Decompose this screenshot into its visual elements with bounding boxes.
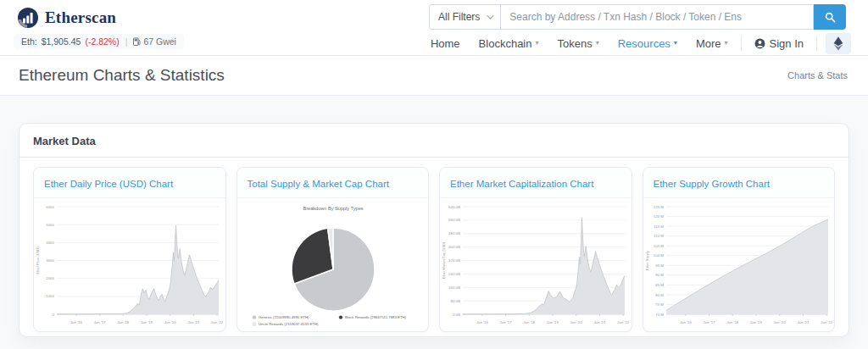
svg-text:Block Rewards (29667511.7883 E: Block Rewards (29667511.7883 ETH): [345, 315, 407, 319]
svg-text:320.0B: 320.0B: [448, 258, 460, 263]
svg-text:Uncle Rewards (2159037.6533 ET: Uncle Rewards (2159037.6533 ETH): [259, 322, 319, 326]
market-data-panel: Market Data Ether Daily Price (USD) Char…: [19, 123, 849, 337]
card-total-supply-market-cap: Total Supply & Market Cap Chart Breakdow…: [236, 167, 430, 332]
svg-text:Jan '16: Jan '16: [679, 320, 692, 324]
svg-text:80.0B: 80.0B: [451, 299, 461, 303]
svg-text:240.0B: 240.0B: [448, 272, 460, 276]
svg-text:110 M: 110 M: [654, 234, 664, 238]
price-chart-canvas[interactable]: 0100020003000400050006000Jan '16Jan '17J…: [34, 198, 225, 331]
svg-text:Jan '21: Jan '21: [187, 320, 200, 324]
svg-text:0.0B: 0.0B: [453, 313, 460, 317]
svg-text:75 M: 75 M: [655, 302, 664, 307]
ticker-separator: |: [125, 36, 128, 47]
nav-divider: [741, 36, 742, 51]
svg-text:Jan '17: Jan '17: [500, 320, 513, 324]
svg-text:125 M: 125 M: [653, 205, 664, 209]
svg-text:Jan '17: Jan '17: [94, 320, 107, 324]
svg-text:4000: 4000: [46, 241, 54, 245]
svg-text:Jan '22: Jan '22: [211, 320, 224, 324]
svg-text:560.0B: 560.0B: [448, 218, 460, 222]
svg-text:105 M: 105 M: [653, 244, 664, 248]
svg-text:Breakdown By Supply Types: Breakdown By Supply Types: [303, 206, 363, 211]
search-input[interactable]: [500, 4, 814, 30]
page-title: Ethereum Charts & Statistics: [19, 66, 225, 85]
svg-text:3000: 3000: [46, 258, 54, 263]
svg-text:95 M: 95 M: [655, 263, 664, 268]
svg-text:160.0B: 160.0B: [448, 285, 460, 290]
page-title-bar: Ethereum Charts & Statistics Charts & St…: [0, 56, 868, 96]
svg-text:Jan '18: Jan '18: [523, 320, 536, 324]
supply-pie-chart-canvas[interactable]: Breakdown By Supply TypesGenesis (720099…: [237, 198, 429, 331]
card-header: Ether Supply Growth Chart: [643, 168, 835, 198]
svg-text:Jan '20: Jan '20: [570, 320, 583, 324]
svg-text:1000: 1000: [46, 294, 54, 298]
svg-text:Jan '22: Jan '22: [617, 320, 630, 324]
etherscan-logo[interactable]: Etherscan: [17, 7, 116, 29]
gas-pump-icon: [133, 37, 141, 46]
chevron-down-icon: [487, 12, 494, 19]
svg-text:Jan '22: Jan '22: [821, 320, 833, 324]
search-button[interactable]: [814, 4, 846, 30]
svg-text:Genesis (72009990.4990 ETH): Genesis (72009990.4990 ETH): [259, 315, 309, 319]
caret-down-icon: ▾: [535, 40, 538, 47]
svg-text:480.0B: 480.0B: [448, 231, 460, 235]
market-cap-chart-canvas[interactable]: 0.0B80.0B160.0B240.0B320.0B400.0B480.0B5…: [440, 198, 632, 331]
nav-blockchain[interactable]: Blockchain ▾: [470, 37, 548, 50]
card-title-link[interactable]: Total Supply & Market Cap Chart: [248, 179, 389, 189]
svg-text:Jan '20: Jan '20: [164, 320, 177, 324]
card-header: Ether Market Capitalization Chart: [440, 168, 632, 198]
nav-divider: [816, 36, 817, 51]
card-ether-daily-price: Ether Daily Price (USD) Chart 0100020003…: [33, 167, 226, 332]
eth-price-change: (-2.82%): [85, 36, 119, 47]
svg-text:Jan '19: Jan '19: [749, 320, 762, 324]
eth-price[interactable]: $1,905.45: [42, 36, 81, 47]
svg-text:Ether Market Cap (USD): Ether Market Cap (USD): [442, 241, 446, 279]
card-body: Breakdown By Supply TypesGenesis (720099…: [237, 198, 429, 331]
nav-home[interactable]: Home: [421, 37, 470, 50]
card-title-link[interactable]: Ether Market Capitalization Chart: [450, 179, 593, 189]
supply-growth-chart-canvas[interactable]: 70 M75 M80 M85 M90 M95 M100 M105 M110 M1…: [643, 198, 835, 331]
svg-text:6000: 6000: [46, 205, 54, 209]
network-switcher-button[interactable]: [826, 33, 851, 54]
etherscan-logo-icon: [17, 7, 39, 29]
svg-text:Jan '21: Jan '21: [593, 320, 606, 324]
svg-text:Jan '18: Jan '18: [726, 320, 739, 324]
card-body: 70 M75 M80 M85 M90 M95 M100 M105 M110 M1…: [643, 198, 835, 331]
caret-down-icon: ▾: [674, 40, 677, 47]
svg-text:Ether Supply: Ether Supply: [645, 251, 649, 270]
svg-text:Jan '19: Jan '19: [141, 320, 153, 324]
svg-text:Jan '16: Jan '16: [70, 320, 83, 324]
breadcrumb: Charts & Stats: [787, 70, 848, 80]
svg-text:90 M: 90 M: [655, 273, 664, 277]
brand-name: Etherscan: [45, 8, 116, 27]
svg-text:2000: 2000: [46, 276, 54, 280]
svg-text:Jan '21: Jan '21: [797, 320, 810, 324]
svg-text:400.0B: 400.0B: [448, 245, 460, 249]
card-header: Total Supply & Market Cap Chart: [237, 168, 429, 198]
card-title-link[interactable]: Ether Supply Growth Chart: [654, 179, 770, 189]
nav-more[interactable]: More ▾: [687, 37, 737, 50]
svg-text:115 M: 115 M: [654, 224, 664, 229]
svg-text:100 M: 100 M: [653, 253, 664, 258]
nav-tokens[interactable]: Tokens ▾: [548, 37, 609, 50]
svg-text:Jan '18: Jan '18: [117, 320, 130, 324]
card-title-link[interactable]: Ether Daily Price (USD) Chart: [44, 179, 173, 189]
search-icon: [825, 12, 836, 23]
svg-text:Jan '16: Jan '16: [476, 320, 489, 324]
user-icon: [754, 38, 765, 49]
sign-in-button[interactable]: Sign In: [745, 37, 813, 50]
nav-resources[interactable]: Resources ▾: [609, 37, 687, 50]
svg-text:Jan '19: Jan '19: [547, 320, 559, 324]
section-title: Market Data: [19, 124, 849, 158]
card-body: 0100020003000400050006000Jan '16Jan '17J…: [34, 198, 225, 331]
caret-down-icon: ▾: [596, 40, 599, 47]
gas-price: 67 Gwei: [143, 36, 176, 47]
gas-tracker[interactable]: 67 Gwei: [133, 36, 176, 47]
caret-down-icon: ▾: [725, 40, 728, 47]
card-header: Ether Daily Price (USD) Chart: [34, 168, 225, 198]
search-filter-dropdown[interactable]: All Filters: [429, 4, 500, 30]
site-header: Etherscan Eth: $1,905.45 (-2.82%) | 67 G…: [0, 0, 868, 56]
svg-text:640.0B: 640.0B: [448, 205, 460, 209]
svg-text:80 M: 80 M: [655, 293, 664, 297]
search-bar: All Filters: [429, 4, 846, 30]
